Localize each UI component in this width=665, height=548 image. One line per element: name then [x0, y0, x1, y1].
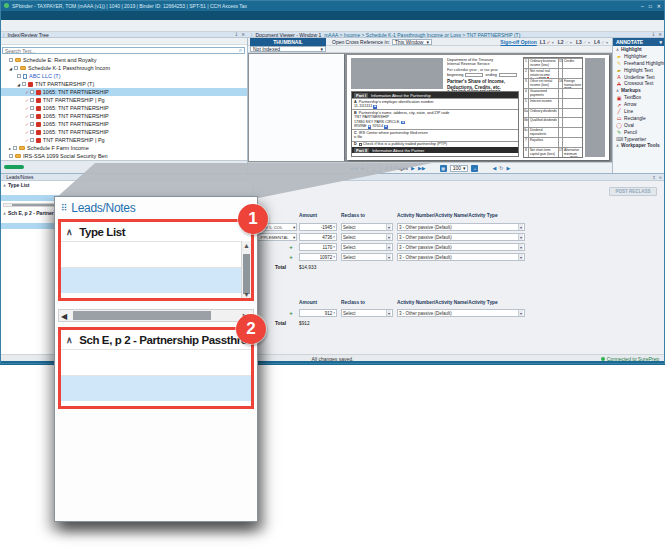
toolbar-icon[interactable]: [93, 22, 100, 29]
tree-tab[interactable]: [4, 165, 24, 169]
minimize-button[interactable]: –: [641, 3, 644, 9]
annotate-header[interactable]: ANNOTATE▾: [613, 38, 665, 46]
pin-icon[interactable]: ↧: [651, 32, 655, 37]
toolbar-icon[interactable]: [49, 22, 56, 29]
reclass-to-select[interactable]: Select▾: [341, 253, 393, 261]
annotate-row[interactable]: ∧ ▰ Highlight Text: [613, 67, 665, 74]
type-list-item[interactable]: [61, 267, 251, 293]
add-row-button[interactable]: +: [287, 309, 295, 317]
annotate-row[interactable]: ∧ ▭ Rectangle: [613, 115, 665, 122]
tree-tab[interactable]: [28, 165, 48, 169]
scrollbar-thumb[interactable]: [73, 311, 211, 320]
rotate-right-icon[interactable]: ▶: [507, 165, 511, 171]
annotate-row[interactable]: ∧Markups: [613, 87, 665, 94]
type-list-header[interactable]: ∧Type List: [61, 222, 251, 241]
tree-item[interactable]: ✓ 1065: TNT PARTNERSHIP: [0, 128, 247, 136]
annotate-row[interactable]: ∧ ◯ Oval: [613, 122, 665, 129]
entity-list-item[interactable]: [61, 375, 251, 401]
signoff-level[interactable]: L4✓▾: [594, 39, 608, 45]
k1-form-page[interactable]: Department of the Treasury Internal Reve…: [347, 55, 609, 160]
activity-select[interactable]: 3 - Other passive (Default)▾: [397, 309, 525, 317]
toolbar-icon[interactable]: [16, 22, 23, 29]
scroll-down-icon[interactable]: ▼: [242, 291, 251, 298]
rotate-left-icon[interactable]: ◀: [492, 165, 496, 171]
tree-item-checkbox[interactable]: [30, 122, 34, 126]
tree-item[interactable]: ✓ 1065: TNT PARTNERSHIP: [0, 112, 247, 120]
post-reclass-button[interactable]: POST RECLASS: [609, 187, 657, 196]
annotate-row[interactable]: ∧ ⌨ Typewriter: [613, 136, 665, 143]
toolbar-icon[interactable]: [126, 22, 133, 29]
expander-icon[interactable]: ▸: [9, 146, 11, 151]
toolbar-icon[interactable]: [104, 22, 111, 29]
tree-toolbar-icon[interactable]: [44, 39, 49, 44]
scroll-left-icon[interactable]: ◀: [61, 312, 67, 321]
annotate-row[interactable]: ∧ ▣ TextBox: [613, 94, 665, 101]
pin-icon[interactable]: ↧: [234, 32, 238, 37]
source-line-select[interactable]: ...PPLEMENTAL▾: [255, 233, 297, 241]
reclass-to-select[interactable]: Select▾: [341, 243, 393, 251]
tree-item-checkbox[interactable]: [30, 106, 34, 110]
expander-icon[interactable]: ◢: [17, 82, 20, 87]
tree-toolbar-icon[interactable]: [20, 39, 25, 44]
activity-select[interactable]: 3 - Other passive (Default)▾: [397, 253, 525, 261]
horizontal-scrollbar[interactable]: ◀ ▶: [58, 309, 254, 322]
vertical-scrollbar[interactable]: ▲ ▼: [241, 241, 251, 298]
annotate-row[interactable]: ∧Highlight: [613, 46, 665, 53]
not-indexed-select[interactable]: Not Indexed▾: [250, 46, 326, 52]
tree-item[interactable]: ✓ ABC LLC (T): [0, 72, 247, 80]
toolbar-icon[interactable]: [38, 22, 45, 29]
tree-item-checkbox[interactable]: [30, 114, 34, 118]
tree-toolbar-icon[interactable]: [12, 39, 17, 44]
toolbar-icon[interactable]: [82, 22, 89, 29]
activity-select[interactable]: 3 - Other passive (Default)▾: [397, 243, 525, 251]
rotate-icon[interactable]: ↻: [499, 165, 503, 171]
scroll-up-icon[interactable]: ▲: [242, 242, 251, 249]
toolbar-icon[interactable]: [60, 22, 67, 29]
last-page-button[interactable]: ▶▶: [418, 165, 426, 171]
tree-item[interactable]: ✓ ▸ Schedule F Farm Income: [0, 144, 247, 152]
activity-select[interactable]: 3 - Other passive (Default)▾: [397, 223, 525, 231]
amount-field[interactable]: -1945▾: [299, 223, 337, 231]
annotate-row[interactable]: ∧ ✎ Freehand Highlighter: [613, 60, 665, 67]
tree-item-checkbox[interactable]: [14, 66, 18, 70]
scrollbar-thumb[interactable]: [243, 254, 250, 294]
tree-item-checkbox[interactable]: [30, 130, 34, 134]
tree-item-checkbox[interactable]: [30, 98, 34, 102]
tree-item-checkbox[interactable]: [9, 58, 13, 62]
drag-handle-icon[interactable]: ⠿: [61, 203, 67, 213]
toolbar-icon[interactable]: [159, 22, 166, 29]
tree-item[interactable]: ✓ 1065: TNT PARTNERSHIP: [0, 104, 247, 112]
search-input[interactable]: [3, 48, 239, 54]
tree-toolbar-icon[interactable]: [28, 39, 33, 44]
signoff-level[interactable]: L3✓▾: [576, 39, 590, 45]
tree-item[interactable]: ✓ Schedule E: Rent and Royalty: [0, 56, 247, 64]
tree-item[interactable]: ✓ IRS-SSA 1099 Social Security Ben: [0, 152, 247, 160]
restore-button[interactable]: □: [649, 3, 652, 9]
cross-ref-select[interactable]: This Window▾: [392, 39, 432, 45]
annotate-row[interactable]: ∧ ▰ Highlighter: [613, 53, 665, 60]
thumbnail-tab[interactable]: THUMBNAIL: [250, 38, 326, 46]
amount-field[interactable]: 1170▾: [299, 243, 337, 251]
tree-item[interactable]: ✓ TNT PARTNERSHIP | Pg: [0, 96, 247, 104]
tree-item[interactable]: ✓ ◢ Schedule K-1 Passthrough Incom: [0, 64, 247, 72]
add-row-button[interactable]: +: [287, 253, 295, 261]
annotate-row[interactable]: ∧ ✎ Pencil: [613, 129, 665, 136]
tree-toolbar-icon[interactable]: [60, 39, 65, 44]
entity-list-header[interactable]: ∧Sch E, p 2 - Partnership Passthrough: [61, 330, 251, 349]
tree-item[interactable]: ✓ TNT PARTNERSHIP | Pg: [0, 136, 247, 144]
entity-list-item[interactable]: [61, 349, 251, 375]
tree-item[interactable]: ✓ 1065: TNT PARTNERSHIP: [0, 88, 247, 96]
toolbar-icon[interactable]: [225, 22, 232, 29]
tree-toolbar-icon[interactable]: [52, 39, 57, 44]
toolbar-icon[interactable]: [181, 22, 188, 29]
close-panel-icon[interactable]: ✕: [241, 32, 245, 37]
pin-icon[interactable]: ↧: [652, 175, 655, 180]
toolbar-icon[interactable]: [170, 22, 177, 29]
amount-field[interactable]: 912▾: [299, 309, 337, 317]
search-icon[interactable]: ⌕: [239, 47, 244, 54]
reclass-to-select[interactable]: Select▾: [341, 233, 393, 241]
activity-select[interactable]: 3 - Other passive (Default)▾: [397, 233, 525, 241]
tree-item-checkbox[interactable]: [22, 82, 26, 86]
toolbar-icon[interactable]: [214, 22, 221, 29]
toolbar-icon[interactable]: [203, 22, 210, 29]
